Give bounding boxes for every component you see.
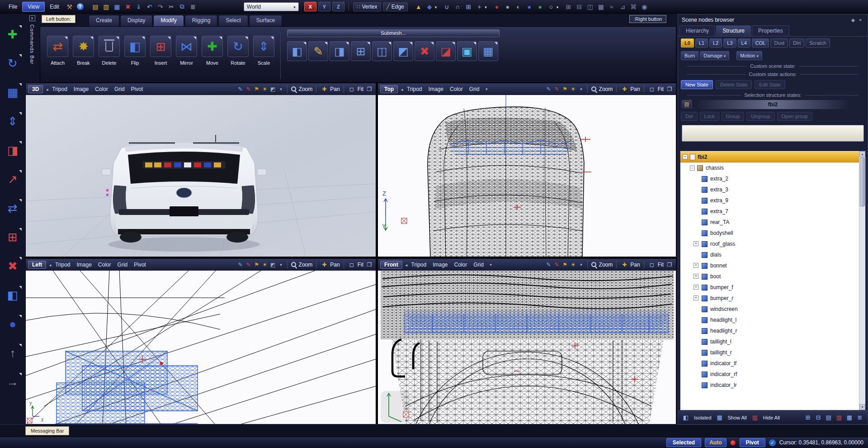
scroll-down-icon[interactable] [859, 404, 865, 410]
tree-node[interactable]: rear_TA [680, 217, 859, 228]
chevron-down-icon[interactable] [578, 87, 585, 91]
expand-icon[interactable] [693, 263, 698, 268]
tab-display[interactable]: Display [120, 15, 152, 26]
folder-icon[interactable]: ▤ [682, 100, 692, 108]
axis-y-button[interactable]: Y [318, 2, 330, 11]
pan-button[interactable]: Pan [318, 86, 341, 92]
tree-node-group[interactable]: chassis [680, 162, 859, 173]
selected-mode-button[interactable]: Selected [666, 438, 701, 447]
array-tool-icon[interactable]: ⊞ [4, 228, 22, 246]
pen-icon[interactable] [245, 262, 252, 268]
mirror-tool-icon[interactable]: ⇕ [4, 112, 22, 130]
tree-node[interactable]: extra_9 [680, 195, 859, 206]
new-scene-icon[interactable]: ▤ [90, 2, 100, 12]
new-state-button[interactable]: New State [681, 80, 713, 89]
extrude-tool-icon[interactable]: ↗ [4, 170, 22, 188]
undo-icon[interactable]: ↶ [145, 2, 155, 12]
axis-x-button[interactable]: X [304, 2, 316, 11]
snap-grid-icon[interactable]: ⊞ [463, 2, 473, 12]
render-sphere-red-icon[interactable]: ● [492, 2, 502, 12]
world-space-dropdown[interactable]: World [244, 2, 299, 11]
auto-mode-button[interactable]: Auto [705, 438, 726, 447]
state-list-box[interactable] [682, 125, 864, 142]
collapse-icon[interactable] [683, 154, 688, 159]
chevron-down-icon[interactable] [278, 262, 285, 267]
scroll-left-icon[interactable] [48, 262, 52, 267]
layer-scratch-button[interactable]: Scratch [806, 38, 830, 48]
scroll-left-icon[interactable] [45, 86, 49, 92]
up-arrow-icon[interactable]: ↑ [4, 344, 22, 362]
insert-tool[interactable]: ⊞ Insert [148, 29, 174, 66]
tree-node[interactable]: bodyshell [680, 228, 859, 238]
pen-icon[interactable] [553, 86, 561, 92]
tree-node[interactable]: taillight_r [680, 347, 859, 358]
vertex-mode-button[interactable]: ∷ Vertex [353, 2, 381, 11]
pen-icon[interactable] [553, 262, 561, 268]
viewport-menu-tripod[interactable]: Tripod [408, 262, 430, 268]
measure-icon[interactable]: ⊿ [618, 2, 627, 12]
viewport-top-canvas[interactable]: Z Y [378, 95, 676, 257]
copy-icon[interactable]: ⧉ [177, 2, 187, 12]
tree-node[interactable]: extra_7 [680, 206, 859, 217]
palette-icon[interactable] [269, 86, 277, 92]
move-tool-icon[interactable]: ✚ [4, 25, 22, 43]
menu-view[interactable]: View [22, 2, 45, 12]
light-icon[interactable] [261, 86, 269, 92]
scroll-up-icon[interactable] [859, 151, 865, 157]
tree-node[interactable]: dials [680, 249, 859, 260]
chevron-down-icon[interactable] [557, 4, 559, 10]
tab-rigging[interactable]: Rigging [185, 15, 218, 26]
submesh-grid-icon[interactable]: ▦ [478, 41, 498, 61]
tab-structure[interactable]: Structure [716, 25, 751, 36]
material-sphere-icon[interactable]: ● [503, 2, 513, 12]
tab-modify[interactable]: Modify [153, 15, 184, 26]
grid-view-icon[interactable]: ▦ [845, 414, 854, 422]
flag-icon[interactable] [561, 262, 569, 268]
lock-button[interactable]: Lock [700, 112, 719, 121]
menu-icon[interactable]: ≣ [855, 414, 864, 422]
layer-l4-button[interactable]: L4 [738, 38, 750, 48]
pivot-record-icon[interactable] [730, 440, 736, 446]
submesh-weld-icon[interactable]: ◫ [372, 41, 392, 61]
pencil-icon[interactable] [545, 262, 552, 268]
submesh-split-icon[interactable]: ◩ [393, 41, 413, 61]
pan-button[interactable]: Pan [618, 86, 642, 92]
axis-z-button[interactable]: Z [332, 2, 344, 11]
chevron-down-icon[interactable] [435, 4, 437, 10]
submesh-box-icon[interactable]: ▣ [457, 41, 477, 61]
viewport-menu-tripod[interactable]: Tripod [49, 86, 71, 92]
flip-tool[interactable]: ◧ Flip [122, 29, 148, 66]
collapse-icon[interactable] [690, 166, 695, 171]
damage-button[interactable]: Damage [700, 51, 729, 60]
viewport-name[interactable]: Left [28, 261, 46, 269]
target-icon[interactable]: ◉ [639, 2, 649, 12]
expand-icon[interactable] [693, 241, 698, 246]
viewport-left-canvas[interactable]: y z [26, 271, 376, 424]
box-tool-icon[interactable]: ◧ [4, 286, 22, 304]
rotate-tool[interactable]: ↻ Rotate [225, 29, 251, 66]
submesh-flip-icon[interactable]: ◪ [436, 41, 456, 61]
expand-icon[interactable] [693, 295, 698, 300]
settings-icon[interactable]: ⚒ [65, 2, 75, 12]
tab-select[interactable]: Select [218, 15, 248, 26]
isolated-icon[interactable]: ◧ [681, 414, 690, 422]
weld-icon[interactable]: ∪ [442, 2, 452, 12]
layer-l2-button[interactable]: L2 [709, 38, 722, 48]
viewport-menu-color[interactable]: Color [92, 86, 111, 92]
maximize-icon[interactable] [666, 262, 673, 268]
close-icon[interactable]: × [857, 17, 864, 23]
move-tool[interactable]: ✚ Move [199, 29, 225, 66]
tab-hierarchy[interactable]: Hierarchy [679, 25, 715, 36]
axis-tool-icon[interactable]: ✖ [4, 257, 22, 275]
tree-node[interactable]: taillight_l [680, 336, 859, 347]
edge-mode-button[interactable]: ╱ Edge [383, 2, 408, 11]
isolated-button[interactable]: Isolated [692, 414, 714, 421]
tree-node[interactable]: extra_2 [680, 173, 859, 184]
chevron-down-icon[interactable] [578, 262, 585, 267]
tree-node[interactable]: indicator_rf [680, 369, 859, 380]
burn-button[interactable]: Burn [681, 51, 698, 60]
tab-surface[interactable]: Surface [249, 15, 282, 26]
dock-icon[interactable]: ◈ [849, 17, 857, 23]
tree-node[interactable]: headlight_r [680, 325, 859, 336]
tools-icon[interactable]: ⌘ [628, 2, 638, 12]
